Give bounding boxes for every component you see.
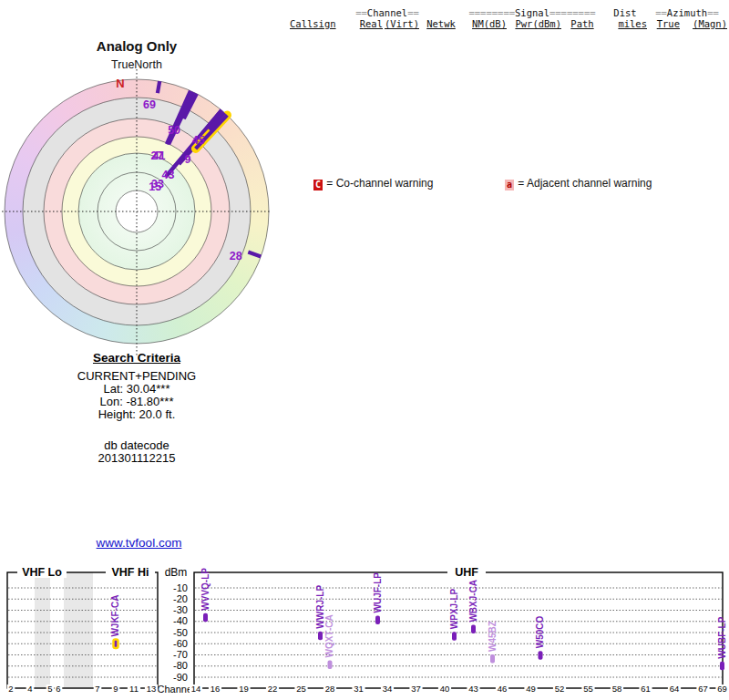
db-datecode-label: db datecode [36,439,237,452]
channel-tick-label: 31 [354,684,364,694]
legend-co-channel: C = Co-channel warning [313,177,433,190]
channel-tick-label: 40 [440,684,450,694]
spoke-line [248,252,261,257]
spoke-channel-label: 41 [153,149,166,162]
column-header-magn: (Magn) [680,18,727,29]
channel-tick-label: 7 [95,684,99,694]
channel-tick-label: 55 [583,684,593,694]
chart-marker-W45BZ: W45BZ [488,621,498,663]
dbm-tick-label: -60 [173,638,188,649]
chart-marker-WJKF-CA: WJKF-CA [110,595,120,649]
section-label-vhf-lo: VHF Lo [22,566,62,579]
channel-tick-label: 37 [411,684,421,694]
polar-spoke-ch9: 9 [185,115,228,165]
legend-adjacent-channel: a = Adjacent channel warning [505,177,652,190]
station-callsign-label: WPXJ-LP [449,588,459,629]
polar-overlay: 1533432741950452869 [0,0,282,365]
spoke-channel-label: 45 [192,134,205,147]
station-callsign-label: W45BZ [488,621,498,652]
station-callsign-label: WWRJ-LP [315,585,325,629]
station-marker [471,625,476,634]
station-callsign-label: WQXT-CA [324,614,334,657]
spoke-line [158,81,159,93]
channel-axis-title: Channel [158,684,195,695]
channel-tick-label: 58 [612,684,622,694]
section-label-vhf-hi: VHF Hi [112,566,149,579]
channel-tick-label: 49 [526,684,536,694]
station-callsign-label: WUBF-LP [717,616,727,658]
channel-tick-label: 69 [717,684,727,694]
vhf-gap-band [64,572,93,688]
signal-level-chart: VHF LoVHF HiUHFdBm-10-20-30-40-50-60-70-… [0,561,729,700]
dbm-tick-label: -90 [173,672,188,683]
polar-spoke-ch28: 28 [230,250,261,262]
chart-marker-WUJF-LP: WUJF-LP [373,572,383,624]
dbm-axis-title: dBm [165,566,188,579]
station-callsign-label: WUJF-LP [373,572,383,613]
column-header-miles: miles [603,18,647,29]
channel-tick-label: 64 [670,684,680,694]
spoke-channel-label: 28 [230,250,242,262]
tvfool-link[interactable]: www.tvfool.com [97,536,182,550]
table-column-header-row: CallsignReal(Virt)NetwkNM(dB)Pwr(dBm)Pat… [272,18,727,29]
station-table: ==Channel==========Signal========Dist==A… [272,7,727,29]
co-channel-label: = Co-channel warning [326,177,433,190]
channel-tick-label: 14 [191,684,201,694]
section-label-uhf: UHF [455,566,478,579]
channel-tick-label: 61 [641,684,651,694]
group-header-channel: ==Channel== [354,7,421,18]
tvfool-link-wrap: www.tvfool.com [0,536,278,550]
channel-tick-label: 52 [555,684,565,694]
dbm-tick-label: -20 [173,593,188,604]
search-criteria-heading: Search Criteria [36,352,237,365]
station-marker [490,654,495,664]
group-header-dist: Dist [603,7,647,18]
db-datecode-value: 201301112215 [36,452,237,465]
spoke-channel-label: 43 [161,169,174,181]
column-header-netwk: Netwk [421,18,461,29]
channel-tick-label: 19 [239,684,249,694]
chart-marker-W50CO: W50CO [535,615,545,659]
channel-tick-label: 34 [383,684,393,694]
group-header-spacer [421,7,461,18]
dbm-tick-label: -40 [173,615,188,626]
group-header-spacer [272,7,354,18]
column-header-nmdb: NM(dB) [461,18,507,29]
group-header-azimuth: ==Azimuth== [647,7,727,18]
channel-tick-label: 2 [8,684,13,694]
station-marker [328,661,333,670]
station-table-wrap: ==Channel==========Signal========Dist==A… [272,7,727,29]
dbm-tick-label: -70 [173,649,188,660]
table-header: ==Channel==========Signal========Dist==A… [272,7,727,29]
spoke-channel-label: 9 [185,153,191,166]
station-marker [203,613,208,623]
polar-azimuth-chart: Analog Only TrueNorth 153343274195045286… [0,0,282,365]
chart-marker-WWRJ-LP: WWRJ-LP [315,585,325,641]
search-height: Height: 20.0 ft. [36,408,237,421]
vhf-gap-band [35,572,50,688]
channel-tick-label: 16 [210,684,221,694]
channel-tick-label: 6 [56,684,60,694]
spoke-channel-label: 69 [143,98,156,111]
spoke-line [169,92,193,144]
column-header-callsign: Callsign [290,18,354,29]
dbm-tick-label: -80 [173,660,188,671]
channel-tick-label: 9 [113,684,118,694]
station-marker [720,662,724,671]
tvfool-report: Analog Only TrueNorth 153343274195045286… [0,0,729,700]
channel-tick-label: 5 [47,684,52,694]
column-header-true: True [647,18,680,29]
group-header-signal: ========Signal======== [461,7,603,18]
station-marker [318,632,323,641]
search-lat: Lat: 30.04*** [36,383,237,396]
adjacent-channel-label: = Adjacent channel warning [518,177,652,190]
channel-tick-label: 4 [27,684,32,694]
channel-tick-label: 46 [498,684,508,694]
column-header-virt: (Virt) [383,18,421,29]
station-marker [452,632,457,641]
dbm-tick-label: -50 [173,627,188,638]
spoke-channel-label: 50 [168,124,180,137]
north-marker: N [111,77,129,90]
table-group-header-row: ==Channel==========Signal========Dist==A… [272,7,727,18]
channel-tick-label: 11 [129,684,139,694]
